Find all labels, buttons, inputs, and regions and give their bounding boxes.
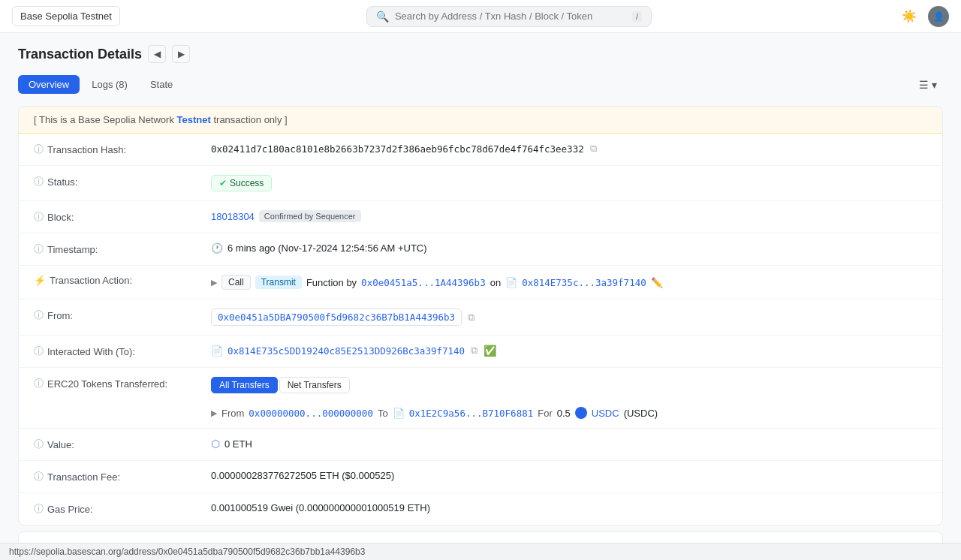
search-input[interactable] [395, 11, 626, 22]
row-status: ⓘ Status: ✔ Success [19, 166, 942, 201]
slash-shortcut: / [632, 11, 642, 22]
header: Base Sepolia Testnet 🔍 / ☀️ 👤 [0, 0, 961, 33]
on-text: on [490, 277, 501, 288]
block-number-link[interactable]: 18018304 [211, 211, 255, 222]
search-bar-container: 🔍 / [366, 6, 652, 27]
label-transaction-action: ⚡ Transaction Action: [34, 275, 199, 286]
net-transfers-btn[interactable]: Net Transfers [279, 377, 350, 393]
info-icon-hash: ⓘ [34, 143, 44, 156]
value-transaction-action: ▶ Call Transmit Function by 0x0e0451a5..… [211, 275, 663, 290]
call-badge: Call [221, 275, 251, 290]
function-text: Function by [306, 277, 357, 288]
theme-toggle-button[interactable]: ☀️ [898, 5, 920, 28]
transfer-to-label: To [378, 408, 388, 419]
transfer-from-address-link[interactable]: 0x00000000...000000000 [249, 408, 373, 419]
header-left: Base Sepolia Testnet [12, 6, 120, 26]
label-from: ⓘ From: [34, 309, 199, 322]
info-icon-gas: ⓘ [34, 502, 44, 516]
value-value: ⬡ 0 ETH [211, 438, 252, 450]
notice-network: Base Sepolia Network [78, 114, 174, 125]
token-suffix: (USDC) [624, 408, 658, 419]
info-icon-value: ⓘ [34, 438, 44, 451]
transfers-toggle: All Transfers Net Transfers [211, 377, 350, 393]
file-icon-transfer: 📄 [393, 408, 405, 419]
value-transaction-hash: 0x02411d7c180ac8101e8b2663b7237d2f386aeb… [211, 143, 598, 155]
row-transaction-hash: ⓘ Transaction Hash: 0x02411d7c180ac8101e… [19, 134, 942, 166]
label-gas-price: ⓘ Gas Price: [34, 502, 199, 516]
from-address-link[interactable]: 0x0e0451a5DBA790500f5d9682c36B7bB1A44396… [218, 312, 455, 323]
statusbar: https://sepolia.basescan.org/address/0x0… [0, 543, 961, 560]
action-from-address-link[interactable]: 0x0e0451a5...1A44396b3 [361, 277, 486, 288]
action-arrow-icon: ▶ [211, 278, 217, 288]
user-avatar[interactable]: 👤 [928, 6, 949, 27]
transfer-for-label: For [538, 408, 553, 419]
row-from: ⓘ From: 0x0e0451a5DBA790500f5d9682c36B7b… [19, 300, 942, 336]
info-icon-block: ⓘ [34, 210, 44, 224]
confirmed-badge: Confirmed by Sequencer [259, 210, 361, 222]
copy-interacted-button[interactable]: ⧉ [469, 345, 479, 357]
copy-from-button[interactable]: ⧉ [466, 312, 476, 324]
tabs-container: Overview Logs (8) State [18, 75, 183, 94]
eth-icon: ⬡ [211, 438, 220, 450]
tabs-row: Overview Logs (8) State ☰ ▾ [18, 75, 943, 94]
value-erc20-tokens: All Transfers Net Transfers ▶ From 0x000… [211, 377, 658, 419]
label-value: ⓘ Value: [34, 438, 199, 451]
nav-next-button[interactable]: ▶ [172, 45, 190, 63]
transfer-from-label: From [221, 408, 244, 419]
row-block: ⓘ Block: 18018304 Confirmed by Sequencer [19, 201, 942, 233]
statusbar-url: https://sepolia.basescan.org/address/0x0… [9, 546, 365, 557]
tab-logs[interactable]: Logs (8) [81, 75, 138, 94]
value-block: 18018304 Confirmed by Sequencer [211, 210, 361, 222]
info-icon-erc20: ⓘ [34, 377, 44, 390]
token-link[interactable]: USDC [592, 408, 619, 419]
copy-hash-button[interactable]: ⧉ [589, 143, 598, 155]
transfer-arrow-icon: ▶ [211, 408, 217, 418]
brand-button[interactable]: Base Sepolia Testnet [12, 6, 120, 26]
file-icon-action: 📄 [505, 277, 517, 288]
action-to-address-link[interactable]: 0x814E735c...3a39f7140 [522, 277, 646, 288]
info-icon-from: ⓘ [34, 309, 44, 322]
nav-prev-button[interactable]: ◀ [148, 45, 166, 63]
status-badge: ✔ Success [211, 175, 272, 191]
row-value: ⓘ Value: ⬡ 0 ETH [19, 429, 942, 461]
info-icon-action: ⚡ [34, 275, 46, 286]
value-from: 0x0e0451a5DBA790500f5d9682c36B7bB1A44396… [211, 309, 476, 326]
file-icon-interacted: 📄 [211, 345, 223, 357]
row-transaction-action: ⚡ Transaction Action: ▶ Call Transmit Fu… [19, 266, 942, 300]
transaction-details-card: [ This is a Base Sepolia Network Testnet… [18, 106, 943, 525]
transfer-to-address-link[interactable]: 0x1E2C9a56...B710F6881 [409, 408, 534, 419]
search-icon: 🔍 [376, 11, 389, 23]
value-gas-price: 0.001000519 Gwei (0.000000000001000519 E… [211, 502, 430, 513]
row-interacted-with: ⓘ Interacted With (To): 📄 0x814E735c5DD1… [19, 336, 942, 368]
page-title-row: Transaction Details ◀ ▶ [18, 45, 943, 63]
label-status: ⓘ Status: [34, 175, 199, 188]
value-transaction-fee: 0.000000283776272505 ETH ($0.000525) [211, 470, 394, 481]
label-erc20-tokens: ⓘ ERC20 Tokens Transferred: [34, 377, 199, 390]
verified-icon: ✅ [484, 345, 496, 357]
transfer-amount: 0.5 [557, 408, 571, 419]
clock-icon: 🕐 [211, 242, 223, 254]
value-interacted-with: 📄 0x814E735c5DD19240c85E2513DD926Bc3a39f… [211, 345, 496, 357]
all-transfers-btn[interactable]: All Transfers [211, 377, 278, 393]
page-title: Transaction Details [18, 47, 142, 62]
row-transaction-fee: ⓘ Transaction Fee: 0.000000283776272505 … [19, 461, 942, 493]
tab-overview[interactable]: Overview [18, 75, 80, 94]
interacted-address-link[interactable]: 0x814E735c5DD19240c85E2513DD926Bc3a39f71… [227, 345, 465, 357]
info-icon-timestamp: ⓘ [34, 242, 44, 256]
label-timestamp: ⓘ Timestamp: [34, 242, 199, 256]
row-erc20-tokens: ⓘ ERC20 Tokens Transferred: All Transfer… [19, 368, 942, 429]
notice-testnet: Testnet [177, 114, 211, 125]
transmit-badge: Transmit [255, 275, 302, 289]
info-icon-fee: ⓘ [34, 470, 44, 483]
list-view-button[interactable]: ☰ ▾ [913, 76, 943, 94]
info-icon-status: ⓘ [34, 175, 44, 188]
header-right: ☀️ 👤 [898, 5, 949, 28]
hash-value: 0x02411d7c180ac8101e8b2663b7237d2f386aeb… [211, 143, 584, 155]
main-content: Transaction Details ◀ ▶ Overview Logs (8… [0, 33, 961, 560]
tab-state[interactable]: State [140, 75, 183, 94]
token-circle-icon [575, 407, 587, 419]
transfer-row: ▶ From 0x00000000...000000000 To 📄 0x1E2… [211, 407, 658, 419]
edit-button[interactable]: ✏️ [651, 277, 663, 288]
row-gas-price: ⓘ Gas Price: 0.001000519 Gwei (0.0000000… [19, 493, 942, 525]
notice-suffix: transaction only ] [213, 114, 287, 125]
